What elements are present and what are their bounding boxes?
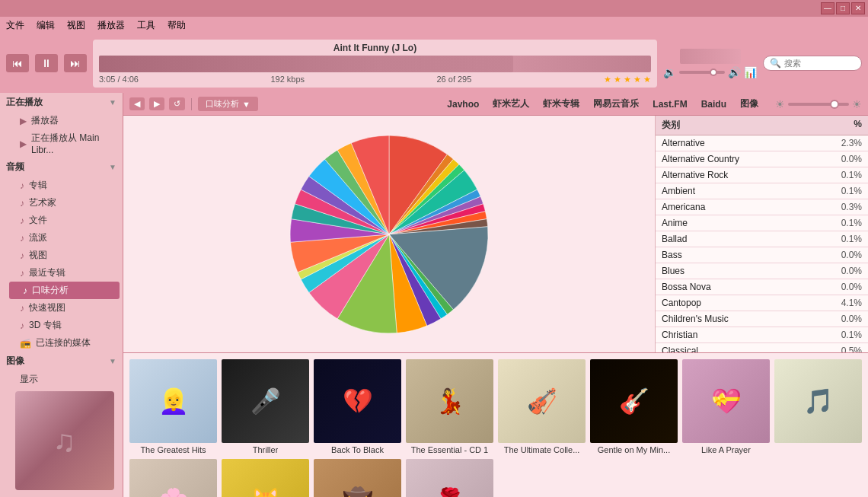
album-item[interactable]: 🌸 bbox=[129, 459, 217, 497]
table-row[interactable]: Anime0.1% bbox=[656, 215, 868, 231]
sidebar-item-player[interactable]: ▶ 播放器 bbox=[6, 112, 123, 129]
tab-image[interactable]: 图像 bbox=[734, 96, 764, 112]
sidebar-item-taste[interactable]: ♪ 口味分析 bbox=[9, 282, 120, 299]
tab-xiami-artist[interactable]: 虾米艺人 bbox=[487, 96, 535, 112]
right-waveform bbox=[680, 49, 741, 64]
menu-edit[interactable]: 编辑 bbox=[37, 19, 55, 32]
table-row[interactable]: Bass0.0% bbox=[656, 247, 868, 263]
track-waveform[interactable] bbox=[99, 56, 651, 72]
table-row[interactable]: Classical0.5% bbox=[656, 343, 868, 352]
album-item[interactable]: 💔Back To Black bbox=[314, 359, 401, 454]
table-row[interactable]: Alternative2.3% bbox=[656, 135, 868, 151]
col-category: 类别 bbox=[662, 119, 824, 132]
table-row[interactable]: Blues0.0% bbox=[656, 263, 868, 279]
search-input[interactable] bbox=[784, 59, 853, 68]
nowplaying-icon: ▶ bbox=[20, 139, 27, 149]
genre-percent: 0.1% bbox=[824, 218, 862, 228]
vol-up-icon[interactable]: 🔊 bbox=[728, 66, 741, 78]
vol-controls: 🔉 🔊 📊 bbox=[663, 66, 757, 78]
menu-player[interactable]: 播放器 bbox=[97, 19, 125, 32]
vol-down-icon[interactable]: 🔉 bbox=[663, 66, 676, 78]
refresh-button[interactable]: ↺ bbox=[169, 97, 185, 110]
genre-icon: ♪ bbox=[20, 233, 24, 244]
taste-analysis-area: 类别 % Alternative2.3%Alternative Country0… bbox=[123, 116, 868, 352]
menu-bar: 文件 编辑 视图 播放器 工具 帮助 bbox=[0, 17, 868, 33]
album-item[interactable]: 🐱 bbox=[222, 459, 309, 497]
menu-help[interactable]: 帮助 bbox=[168, 19, 186, 32]
brightness-area: ☀ ☀ bbox=[775, 98, 862, 110]
table-row[interactable]: Ambient0.1% bbox=[656, 183, 868, 199]
table-row[interactable]: Alternative Country0.0% bbox=[656, 151, 868, 167]
forward-button[interactable]: ▶ bbox=[149, 97, 164, 110]
sidebar-section-playing[interactable]: 正在播放 ▼ bbox=[0, 93, 123, 112]
track-rating[interactable]: ★ ★ ★ ★ ★ bbox=[604, 75, 651, 84]
track-position: 26 of 295 bbox=[436, 75, 471, 84]
toolbar-separator bbox=[191, 98, 192, 110]
tab-xiami-album[interactable]: 虾米专辑 bbox=[537, 96, 586, 112]
track-title: Aint It Funny (J Lo) bbox=[99, 43, 651, 53]
sidebar-section-audio[interactable]: 音频 ▼ bbox=[0, 158, 123, 177]
menu-tools[interactable]: 工具 bbox=[137, 19, 155, 32]
table-body[interactable]: Alternative2.3%Alternative Country0.0%Al… bbox=[656, 135, 868, 352]
album-title: The Ultimate Colle... bbox=[504, 445, 580, 454]
sidebar-item-display[interactable]: 显示 bbox=[6, 371, 123, 388]
search-box[interactable]: 🔍 bbox=[763, 56, 862, 71]
next-button[interactable]: ⏭ bbox=[64, 54, 87, 72]
tab-netease[interactable]: 网易云音乐 bbox=[587, 96, 645, 112]
sidebar-section-ops[interactable]: 操作窗口 bbox=[0, 493, 123, 497]
brightness-slider[interactable] bbox=[788, 103, 849, 106]
sidebar-item-quickview[interactable]: ♪ 快速视图 bbox=[6, 299, 123, 317]
prev-button[interactable]: ⏮ bbox=[6, 54, 29, 72]
tab-baidu[interactable]: Baidu bbox=[695, 96, 732, 112]
close-button[interactable]: ✕ bbox=[851, 2, 865, 14]
equalizer-icon[interactable]: 📊 bbox=[744, 66, 757, 78]
minimize-button[interactable]: — bbox=[821, 2, 834, 14]
sidebar-item-files[interactable]: ♪ 文件 bbox=[6, 212, 123, 229]
genre-percent: 2.3% bbox=[824, 138, 862, 148]
section1-arrow: ▼ bbox=[109, 98, 116, 107]
table-row[interactable]: Cantopop4.1% bbox=[656, 295, 868, 311]
album-item[interactable]: 🎻The Ultimate Colle... bbox=[498, 359, 586, 454]
album-item[interactable]: 🎤Thriller bbox=[222, 359, 309, 454]
album-item[interactable]: 💝Like A Prayer bbox=[682, 359, 770, 454]
sidebar-item-nowplaying[interactable]: ▶ 正在播放从 Main Libr... bbox=[6, 129, 123, 158]
quickview-icon: ♪ bbox=[20, 303, 24, 314]
back-button[interactable]: ◀ bbox=[129, 97, 145, 110]
menu-file[interactable]: 文件 bbox=[6, 19, 24, 32]
album-item[interactable]: 🎸Gentle on My Min... bbox=[590, 359, 678, 454]
album-title: Like A Prayer bbox=[701, 445, 751, 454]
sidebar-item-view[interactable]: ♪ 视图 bbox=[6, 247, 123, 264]
sidebar-item-genre[interactable]: ♪ 流派 bbox=[6, 229, 123, 247]
maximize-button[interactable]: □ bbox=[836, 2, 850, 14]
taste-analysis-dropdown[interactable]: 口味分析 ▼ bbox=[198, 97, 258, 111]
genre-percent: 0.0% bbox=[824, 314, 862, 324]
album-item[interactable]: 🤠 bbox=[314, 459, 401, 497]
menu-view[interactable]: 视图 bbox=[67, 19, 85, 32]
sidebar-item-3d[interactable]: ♪ 3D 专辑 bbox=[6, 317, 123, 334]
album-item[interactable]: 🎵 bbox=[774, 359, 862, 454]
taste-icon: ♪ bbox=[23, 285, 27, 296]
table-row[interactable]: Alternative Rock0.1% bbox=[656, 167, 868, 183]
album-item[interactable]: 🌹 bbox=[406, 459, 493, 497]
table-row[interactable]: Christian0.1% bbox=[656, 327, 868, 343]
sidebar-item-recent[interactable]: ♪ 最近专辑 bbox=[6, 264, 123, 282]
volume-slider[interactable] bbox=[679, 71, 725, 74]
sidebar-album-art: ♫ bbox=[15, 391, 114, 490]
genre-percent: 0.5% bbox=[824, 346, 862, 352]
album-item[interactable]: 👱‍♀️The Greatest Hits bbox=[129, 359, 217, 454]
transport-bar: ⏮ ⏸ ⏭ Aint It Funny (J Lo) 3:05 / 4:06 1… bbox=[0, 33, 868, 93]
track-info-row: 3:05 / 4:06 192 kbps 26 of 295 ★ ★ ★ ★ ★ bbox=[99, 75, 651, 84]
table-row[interactable]: Children's Music0.0% bbox=[656, 311, 868, 327]
sidebar-item-connected[interactable]: 📻 已连接的媒体 bbox=[6, 334, 123, 352]
search-icon: 🔍 bbox=[770, 58, 781, 68]
tab-lastfm[interactable]: Last.FM bbox=[646, 96, 693, 112]
sidebar-section-image[interactable]: 图像 ▼ bbox=[0, 352, 123, 371]
sidebar-item-artists[interactable]: ♪ 艺术家 bbox=[6, 194, 123, 212]
sidebar-item-albums[interactable]: ♪ 专辑 bbox=[6, 177, 123, 194]
table-row[interactable]: Americana0.3% bbox=[656, 199, 868, 215]
tab-javhoo[interactable]: Javhoo bbox=[441, 96, 485, 112]
play-pause-button[interactable]: ⏸ bbox=[35, 54, 58, 72]
album-item[interactable]: 💃The Essential - CD 1 bbox=[406, 359, 493, 454]
table-row[interactable]: Ballad0.1% bbox=[656, 231, 868, 247]
table-row[interactable]: Bossa Nova0.0% bbox=[656, 279, 868, 295]
